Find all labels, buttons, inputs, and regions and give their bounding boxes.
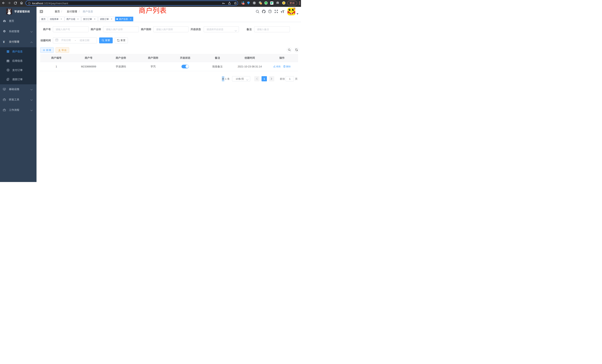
svg-text:10: 10 — [242, 3, 244, 5]
svg-text:⌘: ⌘ — [253, 2, 255, 4]
svg-text:y: y — [265, 2, 267, 4]
svg-text:1: 1 — [261, 3, 261, 4]
